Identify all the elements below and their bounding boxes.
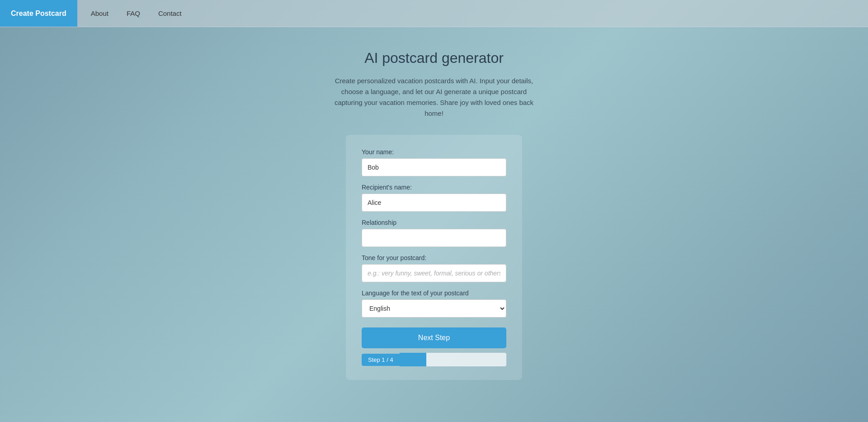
next-step-button[interactable]: Next Step xyxy=(362,327,506,348)
relationship-group: Relationship xyxy=(362,219,506,247)
recipient-name-label: Recipient's name: xyxy=(362,184,506,191)
page-description: Create personalized vacation postcards w… xyxy=(330,76,538,119)
main-content: AI postcard generator Create personalize… xyxy=(0,27,868,380)
language-label: Language for the text of your postcard xyxy=(362,289,506,297)
progress-bar-track xyxy=(400,353,506,366)
nav-links: About FAQ Contact xyxy=(77,0,191,27)
navbar: Create Postcard About FAQ Contact xyxy=(0,0,868,27)
relationship-input[interactable] xyxy=(362,229,506,247)
tone-label: Tone for your postcard: xyxy=(362,254,506,261)
your-name-label: Your name: xyxy=(362,148,506,156)
tone-group: Tone for your postcard: xyxy=(362,254,506,282)
nav-link-faq[interactable]: FAQ xyxy=(118,0,149,27)
tone-input[interactable] xyxy=(362,264,506,282)
nav-link-contact[interactable]: Contact xyxy=(149,0,191,27)
relationship-label: Relationship xyxy=(362,219,506,226)
step-label: Step 1 / 4 xyxy=(362,354,400,366)
page-title: AI postcard generator xyxy=(364,50,504,66)
recipient-name-group: Recipient's name: xyxy=(362,184,506,212)
progress-bar-fill xyxy=(400,353,426,366)
your-name-group: Your name: xyxy=(362,148,506,176)
recipient-name-input[interactable] xyxy=(362,194,506,212)
language-group: Language for the text of your postcard E… xyxy=(362,289,506,318)
progress-container: Step 1 / 4 xyxy=(362,353,506,366)
your-name-input[interactable] xyxy=(362,158,506,176)
nav-link-about[interactable]: About xyxy=(82,0,118,27)
nav-brand[interactable]: Create Postcard xyxy=(0,0,77,27)
form-card: Your name: Recipient's name: Relationshi… xyxy=(346,135,522,380)
language-select[interactable]: English Spanish French German Italian Po… xyxy=(362,299,506,318)
